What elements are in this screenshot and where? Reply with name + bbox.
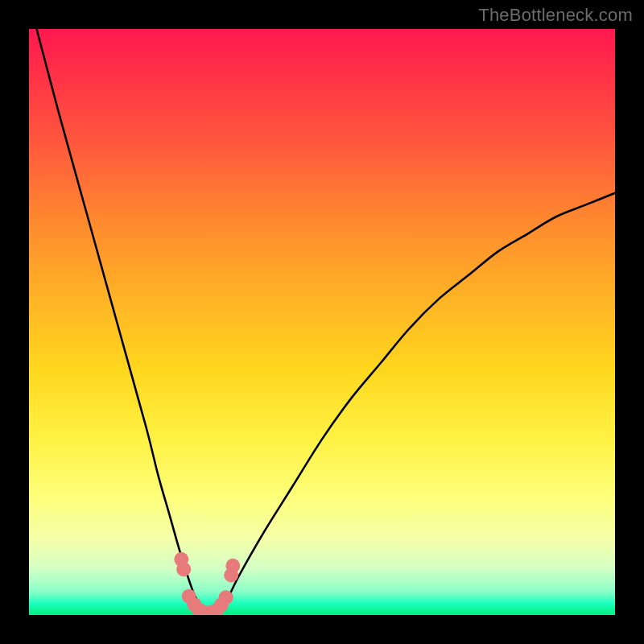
- plot-area: [29, 29, 615, 615]
- marker-dot: [225, 559, 240, 573]
- near-optimum-markers: [29, 29, 615, 615]
- marker-dot: [219, 590, 233, 605]
- chart-frame: TheBottleneck.com: [0, 0, 644, 644]
- watermark: TheBottleneck.com: [478, 5, 633, 26]
- marker-dot: [176, 562, 191, 576]
